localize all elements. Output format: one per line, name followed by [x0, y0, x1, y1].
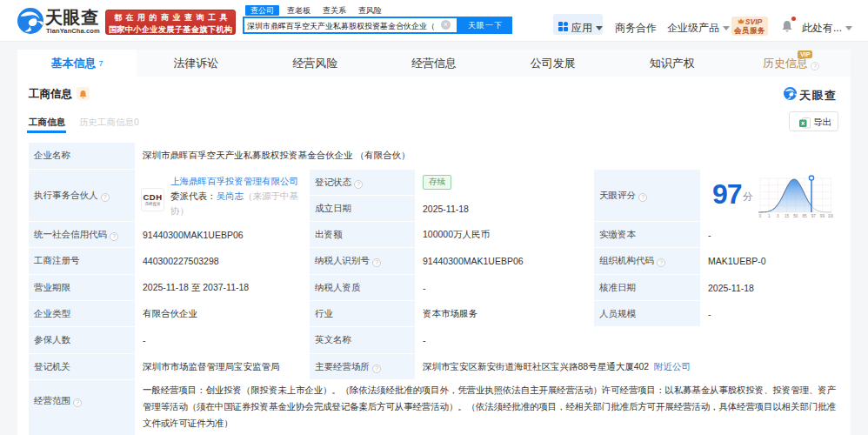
svg-text:15: 15: [785, 214, 790, 218]
svg-text:99: 99: [820, 214, 825, 218]
svg-text:85: 85: [802, 214, 807, 218]
svg-text:50: 50: [793, 214, 798, 218]
svg-text:100: 100: [828, 214, 833, 218]
svg-text:97: 97: [811, 214, 817, 218]
svg-text:3: 3: [777, 214, 779, 218]
svg-text:0: 0: [759, 214, 762, 218]
svg-text:1: 1: [768, 214, 771, 218]
